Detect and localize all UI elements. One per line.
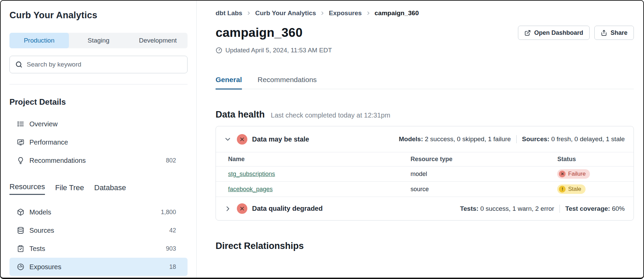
sidebar-item-performance[interactable]: Performance — [9, 133, 188, 151]
status-badge-failure: ✕ Failure — [557, 169, 590, 179]
sidebar: Curb Your Analytics Production Staging D… — [1, 1, 197, 278]
direct-relationships-title: Direct Relationships — [216, 241, 634, 251]
chevron-right-icon — [366, 11, 371, 16]
x-circle-icon: ✕ — [559, 171, 566, 177]
summary-divider — [560, 205, 560, 213]
search-box[interactable] — [9, 56, 188, 73]
sidebar-item-count: 1,800 — [161, 209, 176, 216]
sidebar-item-label: Exposures — [29, 263, 164, 271]
quality-group-summary: Tests: 0 success, 1 warn, 2 error Test c… — [460, 205, 625, 213]
breadcrumb: dbt Labs Curb Your Analytics Exposures c… — [216, 9, 634, 17]
sidebar-item-overview[interactable]: Overview — [9, 115, 188, 133]
gauge-icon — [17, 263, 24, 271]
tests-summary: Tests: 0 success, 1 warn, 2 error — [460, 205, 554, 212]
env-tab-development[interactable]: Development — [128, 33, 188, 48]
search-input[interactable] — [27, 61, 182, 68]
app-window: Curb Your Analytics Production Staging D… — [0, 0, 644, 279]
share-label: Share — [611, 29, 627, 36]
cube-icon — [17, 208, 24, 216]
sources-summary: Sources: 0 fresh, 0 delayed, 1 stale — [522, 135, 625, 143]
tab-general[interactable]: General — [216, 76, 242, 90]
sidebar-item-models[interactable]: Models 1,800 — [9, 203, 188, 221]
tab-recommendations[interactable]: Recommendations — [257, 76, 317, 89]
header-actions: Open Dashboard Share — [518, 26, 634, 40]
models-summary: Models: 2 success, 0 skipped, 1 failure — [399, 135, 511, 143]
data-health-subtitle: Last check completed today at 12:31pm — [271, 111, 391, 119]
coverage-summary: Test coverage: 60% — [565, 205, 625, 212]
environment-switcher: Production Staging Development — [9, 33, 188, 48]
tab-resources[interactable]: Resources — [9, 182, 45, 195]
tab-file-tree[interactable]: File Tree — [55, 183, 84, 195]
main-content: dbt Labs Curb Your Analytics Exposures c… — [197, 1, 643, 278]
updated-text: Updated April 5, 2024, 11:53 AM EDT — [225, 47, 332, 54]
stale-group-row[interactable]: Data may be stale Models: 2 success, 0 s… — [216, 126, 634, 152]
breadcrumb-dbt-labs[interactable]: dbt Labs — [216, 9, 242, 17]
summary-divider — [516, 135, 517, 143]
table-row: stg_subscriptions model ✕ Failure — [216, 166, 634, 181]
chevron-right-icon[interactable] — [223, 205, 232, 212]
page-title: campaign_360 — [216, 26, 302, 40]
monitor-chart-icon — [17, 138, 24, 146]
sidebar-item-count: 903 — [166, 245, 176, 252]
tab-database[interactable]: Database — [94, 183, 126, 195]
breadcrumb-exposures[interactable]: Exposures — [329, 9, 362, 17]
clock-icon — [216, 47, 222, 54]
sidebar-item-label: Sources — [29, 227, 164, 234]
quality-group-title: Data quality degraded — [252, 205, 455, 212]
sidebar-item-sources[interactable]: Sources 42 — [9, 221, 188, 239]
chevron-right-icon — [320, 11, 325, 16]
sidebar-item-label: Models — [29, 208, 156, 216]
breadcrumb-current: campaign_360 — [375, 9, 419, 17]
breadcrumb-project[interactable]: Curb Your Analytics — [255, 9, 316, 17]
quality-group-row[interactable]: Data quality degraded Tests: 0 success, … — [216, 197, 634, 220]
resource-type-cell: source — [411, 186, 557, 193]
list-icon — [17, 120, 24, 128]
table-row: facebook_pages source ! Stale — [216, 181, 634, 197]
resource-view-tabs: Resources File Tree Database — [9, 182, 188, 195]
sidebar-item-recommendations[interactable]: Recommendations 802 — [9, 151, 188, 170]
clipboard-check-icon — [17, 245, 24, 252]
data-health-title: Data health — [216, 109, 265, 120]
column-header-status: Status — [557, 156, 625, 163]
stale-group-title: Data may be stale — [252, 135, 394, 143]
external-link-icon — [524, 30, 531, 36]
sidebar-item-exposures[interactable]: Exposures 18 — [9, 258, 188, 276]
resources-nav: Models 1,800 Sources 42 Tests 903 — [9, 203, 188, 276]
error-status-icon — [237, 203, 247, 214]
detail-tabs: General Recommendations — [216, 76, 634, 89]
sidebar-divider — [9, 84, 188, 84]
chevron-right-icon — [246, 11, 251, 16]
sidebar-item-tests[interactable]: Tests 903 — [9, 239, 188, 258]
project-details-heading: Project Details — [9, 97, 188, 107]
resource-link[interactable]: facebook_pages — [228, 186, 273, 193]
table-header-row: Name Resource type Status — [216, 152, 634, 166]
open-dashboard-button[interactable]: Open Dashboard — [518, 26, 590, 40]
chevron-down-icon[interactable] — [223, 136, 232, 143]
data-health-table: Name Resource type Status stg_subscripti… — [216, 152, 634, 197]
sidebar-item-count: 42 — [169, 227, 176, 234]
status-badge-stale: ! Stale — [557, 184, 586, 194]
title-row: campaign_360 Open Dashboard Share — [216, 26, 634, 40]
project-title: Curb Your Analytics — [9, 10, 188, 21]
error-status-icon — [237, 134, 247, 145]
sidebar-item-label: Performance — [29, 138, 171, 146]
resource-link[interactable]: stg_subscriptions — [228, 171, 275, 177]
env-tab-production[interactable]: Production — [9, 33, 69, 48]
open-dashboard-label: Open Dashboard — [534, 29, 583, 36]
sidebar-item-label: Recommendations — [29, 157, 161, 164]
share-button[interactable]: Share — [594, 26, 634, 40]
stale-group-summary: Models: 2 success, 0 skipped, 1 failure … — [399, 135, 625, 143]
database-icon — [17, 227, 24, 234]
env-tab-staging[interactable]: Staging — [69, 33, 128, 48]
exclamation-circle-icon: ! — [559, 186, 566, 193]
project-details-nav: Overview Performance Recommendations 802 — [9, 115, 188, 170]
sidebar-item-count: 18 — [169, 263, 176, 271]
column-header-resource-type: Resource type — [411, 156, 557, 163]
data-health-card: Data may be stale Models: 2 success, 0 s… — [216, 126, 634, 221]
search-icon — [15, 61, 23, 68]
updated-row: Updated April 5, 2024, 11:53 AM EDT — [216, 47, 634, 54]
lightbulb-icon — [17, 157, 24, 164]
column-header-name: Name — [228, 156, 411, 163]
data-health-header: Data health Last check completed today a… — [216, 109, 634, 120]
resource-type-cell: model — [411, 171, 557, 178]
